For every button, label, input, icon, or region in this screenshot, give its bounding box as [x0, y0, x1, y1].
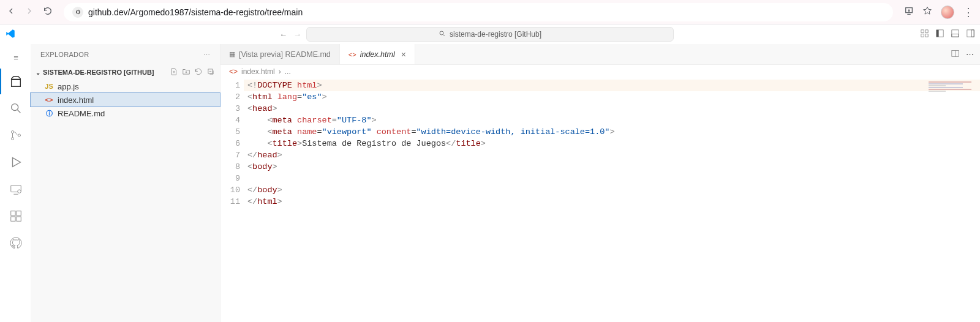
file-type-icon: <>	[44, 96, 54, 103]
activity-bar: ≡	[0, 44, 31, 322]
svg-point-13	[11, 137, 13, 140]
breadcrumb-sep: ›	[279, 67, 281, 76]
code-line[interactable]: <meta charset="UTF-8">	[247, 114, 980, 126]
history-back-icon[interactable]: ←	[279, 30, 287, 39]
file-name: index.html	[58, 95, 94, 105]
site-info-icon[interactable]: ⚙	[72, 7, 83, 18]
svg-rect-20	[17, 217, 21, 221]
svg-point-14	[18, 134, 20, 137]
app-menu-icon[interactable]: ≡	[0, 48, 31, 67]
svg-rect-1	[921, 30, 924, 32]
file-name: README.md	[58, 109, 105, 118]
svg-point-11	[12, 104, 18, 111]
svg-rect-3	[921, 34, 924, 37]
file-item[interactable]: JSapp.js	[31, 80, 220, 93]
code-line[interactable]: </html>	[247, 196, 980, 208]
bookmark-icon[interactable]	[922, 6, 932, 18]
github-activity-icon[interactable]	[0, 230, 31, 256]
browser-toolbar: ⚙ github.dev/Argomedo1987/sistema-de-reg…	[0, 0, 980, 24]
search-activity-icon[interactable]	[0, 95, 31, 121]
minimap[interactable]	[929, 81, 971, 93]
code-line[interactable]: <head>	[247, 103, 980, 114]
toggle-panel-icon[interactable]	[951, 29, 960, 40]
address-bar[interactable]: ⚙ github.dev/Argomedo1987/sistema-de-reg…	[64, 3, 893, 21]
extensions-activity-icon[interactable]	[0, 203, 31, 229]
explorer-title: EXPLORADOR	[40, 51, 89, 58]
layout-customize-icon[interactable]	[920, 29, 929, 40]
svg-rect-17	[11, 211, 15, 215]
code-editor[interactable]: 1234567891011 <!DOCTYPE html><html lang=…	[221, 78, 980, 322]
split-editor-icon[interactable]	[951, 49, 960, 60]
svg-rect-7	[952, 30, 959, 37]
code-line[interactable]: <!DOCTYPE html>	[244, 80, 980, 91]
file-type-icon: <>	[349, 51, 356, 58]
command-center[interactable]: sistema-de-registro [GitHub]	[306, 27, 674, 42]
toggle-secondary-sidebar-icon[interactable]	[966, 29, 975, 40]
back-icon[interactable]	[6, 6, 16, 18]
svg-rect-8	[952, 34, 959, 37]
search-icon	[439, 30, 446, 39]
history-forward-icon[interactable]: →	[293, 30, 301, 39]
code-line[interactable]: </body>	[247, 184, 980, 196]
new-folder-icon[interactable]	[182, 67, 190, 77]
svg-rect-19	[11, 217, 15, 221]
project-header[interactable]: ⌄ SISTEMA-DE-REGISTRO [GITHUB]	[31, 65, 220, 80]
code-line[interactable]: <html lang="es">	[247, 91, 980, 103]
svg-rect-10	[971, 30, 974, 37]
url-text: github.dev/Argomedo1987/sistema-de-regis…	[88, 7, 303, 17]
file-type-icon: <>	[229, 67, 238, 76]
browser-menu-icon[interactable]: ⋮	[963, 6, 974, 19]
close-icon[interactable]: ×	[401, 50, 406, 59]
tab-label: index.html	[360, 50, 395, 59]
reload-icon[interactable]	[43, 6, 53, 18]
svg-rect-18	[17, 211, 21, 215]
collapse-all-icon[interactable]	[206, 67, 215, 77]
code-line[interactable]	[247, 173, 980, 184]
tab-bar: ▦[Vista previa] README.md<>index.html× ⋯	[221, 44, 980, 65]
explorer-activity-icon[interactable]	[0, 69, 31, 94]
code-line[interactable]: </head>	[247, 149, 980, 161]
editor-tab[interactable]: <>index.html×	[340, 44, 415, 64]
vscode-logo-icon	[5, 28, 16, 41]
title-bar: ← → sistema-de-registro [GitHub]	[0, 24, 980, 44]
svg-rect-6	[937, 30, 939, 37]
install-app-icon[interactable]	[904, 6, 914, 18]
svg-rect-9	[967, 30, 974, 37]
breadcrumb-file: index.html	[241, 67, 275, 76]
breadcrumbs[interactable]: <> index.html › ...	[221, 65, 980, 78]
editor-area: ▦[Vista previa] README.md<>index.html× ⋯…	[221, 44, 980, 322]
explorer-sidebar: EXPLORADOR ⋯ ⌄ SISTEMA-DE-REGISTRO [GITH…	[31, 44, 221, 322]
tab-label: [Vista previa] README.md	[239, 50, 331, 59]
profile-avatar[interactable]	[941, 6, 954, 19]
project-name: SISTEMA-DE-REGISTRO [GITHUB]	[43, 69, 154, 76]
explorer-more-icon[interactable]: ⋯	[203, 51, 210, 59]
new-file-icon[interactable]	[170, 67, 178, 77]
run-debug-activity-icon[interactable]	[0, 149, 31, 175]
toggle-primary-sidebar-icon[interactable]	[935, 29, 944, 40]
code-line[interactable]: <title>Sistema de Registro de Juegos</ti…	[247, 138, 980, 149]
file-name: app.js	[58, 82, 79, 91]
chevron-down-icon: ⌄	[36, 69, 40, 76]
file-item[interactable]: <>index.html	[31, 93, 220, 107]
editor-more-icon[interactable]: ⋯	[966, 50, 974, 59]
svg-rect-4	[925, 34, 928, 37]
file-type-icon: ⓘ	[44, 109, 54, 118]
editor-tab[interactable]: ▦[Vista previa] README.md	[221, 44, 340, 64]
file-type-icon: ▦	[229, 50, 235, 58]
command-center-text: sistema-de-registro [GitHub]	[450, 30, 541, 39]
file-item[interactable]: ⓘREADME.md	[31, 107, 220, 120]
svg-point-16	[18, 190, 21, 193]
code-line[interactable]: <body>	[247, 161, 980, 173]
refresh-icon[interactable]	[194, 67, 203, 77]
file-type-icon: JS	[44, 83, 54, 90]
forward-icon[interactable]	[24, 6, 34, 18]
remote-explorer-activity-icon[interactable]	[0, 176, 31, 202]
svg-point-12	[11, 130, 13, 133]
breadcrumb-tail: ...	[285, 67, 291, 76]
code-line[interactable]: <meta name="viewport" content="width=dev…	[247, 126, 980, 138]
vscode-app: ← → sistema-de-registro [GitHub] ≡	[0, 24, 980, 322]
svg-rect-2	[925, 30, 928, 32]
source-control-activity-icon[interactable]	[0, 122, 31, 148]
svg-point-0	[440, 31, 443, 35]
